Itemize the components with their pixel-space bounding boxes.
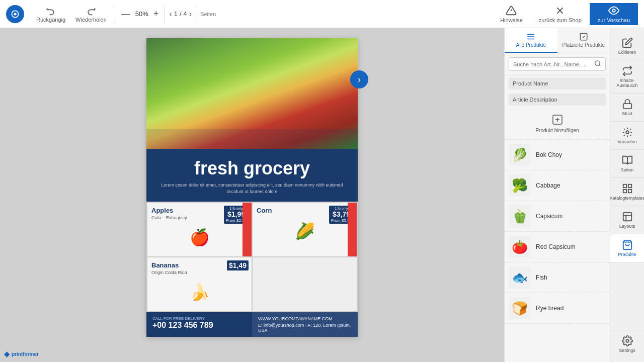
canvas-area: › 🛒 SUPERSHOP slogan goes here [0,28,504,362]
product-name: Fish [536,274,547,281]
flyer-footer: CALL FOR FREE DELIVERY +00 123 456 789 W… [146,312,358,337]
search-input-wrap [509,57,606,71]
product-thumbnail: 🥬 [509,144,531,166]
search-input[interactable] [513,61,594,67]
svg-point-10 [595,61,600,65]
svg-point-5 [612,9,615,12]
svg-rect-19 [623,190,626,193]
svg-rect-15 [623,104,631,109]
product-thumbnail: 🥦 [509,174,531,197]
search-button[interactable] [594,60,601,68]
flyer-lorem: Lorem ipsum dolor sit amet, consectetuer… [156,182,348,195]
list-item[interactable]: 🐟 Fish [505,262,610,293]
list-item[interactable]: 🍞 Rye bread [505,293,610,324]
flyer-headline: fresh grocery [156,158,348,179]
add-product-label: Produkt hinzufügen [535,128,579,133]
flyer: 🛒 SUPERSHOP slogan goes here fresh groce… [146,38,358,337]
current-page: 1 [174,10,178,18]
divider2 [165,5,165,23]
main-content: › 🛒 SUPERSHOP slogan goes here [0,28,644,362]
produkte-button[interactable]: Produkte [610,234,644,262]
app-logo [6,5,24,23]
product-card-corn: 1 lb only $3,79 From $5.99 Corn 🌽 [253,203,357,256]
svg-rect-20 [628,190,631,193]
svg-line-11 [599,65,601,66]
editieren-button[interactable]: Editieren [610,32,644,60]
layouts-button[interactable]: Layouts [610,206,644,234]
flyer-products-grid: 1 lb only $1,99 From $2.99 Apples Gala –… [146,202,358,312]
footer-left: CALL FOR FREE DELIVERY +00 123 456 789 [146,312,252,337]
svg-rect-17 [623,185,626,188]
product-name: Cabbage [536,182,560,189]
toolbar-right: Hinweise zurück zum Shop zur Vorschau [492,3,638,25]
corn-side-strip [348,203,357,256]
panel-product-list: 🥬 Bok Choy 🥦 Cabbage 🫑 Capsicum 🍅 Red Ca… [505,140,610,362]
add-product-button[interactable]: Produkt hinzufügen [505,108,610,140]
total-pages: 4 [184,10,187,18]
zoom-value: 50% [135,10,148,18]
tab-placed-products[interactable]: Platzierte Produkte [557,28,610,53]
footer-call-label: CALL FOR FREE DELIVERY [152,316,246,321]
apples-image: 🍎 [151,222,248,252]
strict-button[interactable]: Strict [610,94,644,122]
product-thumbnail: 🐟 [509,266,531,289]
product-name: Rye bread [536,305,564,312]
panel-search [505,53,610,75]
bananas-image: 🍌 [151,277,248,307]
printformer-brand: ◆ printformer [4,350,39,358]
svg-rect-21 [623,213,631,221]
product-card-empty [253,257,357,311]
svg-point-25 [626,339,629,342]
hints-button[interactable]: Hinweise [492,3,531,25]
back-shop-button[interactable]: zurück zum Shop [531,3,590,25]
flyer-header-image: 🛒 SUPERSHOP slogan goes here [146,38,358,149]
zoom-increase-button[interactable]: + [151,9,161,19]
products-panel: Alle Produkte Platzierte Produkte Produc… [504,28,610,362]
product-name: Capsicum [536,213,562,220]
apples-side-strip [243,203,252,256]
settings-button[interactable]: Settings [610,330,644,358]
divider [115,5,115,23]
undo-button[interactable]: Rückgängig [32,4,69,25]
list-item[interactable]: 🍅 Red Capsicum [505,232,610,262]
bananas-sub: Origin Costa Rica [151,270,248,275]
katalog-button[interactable]: Katalogtemplates [610,178,644,206]
footer-phone: +00 123 456 789 [152,321,246,330]
svg-rect-18 [628,185,631,188]
filter-article-description[interactable]: Article Description [509,94,606,106]
product-thumbnail: 🫑 [509,205,531,227]
seiten-button[interactable]: Seiten [610,150,644,178]
product-name: Bok Choy [536,151,562,158]
pages-label: Seiten [200,11,216,17]
zoom-group: — 50% + [119,9,161,19]
inhalts-austausch-button[interactable]: Inhalts-Austausch [610,60,644,94]
divider3 [196,5,196,23]
flyer-title-bar: fresh grocery Lorem ipsum dolor sit amet… [146,149,358,202]
product-card-bananas: $1,49 Bananas Origin Costa Rica 🍌 [147,257,252,311]
product-thumbnail: 🍞 [509,297,531,319]
list-item[interactable]: 🥬 Bok Choy [505,140,610,170]
varianten-button[interactable]: Varianten [610,122,644,150]
page-group: ‹ 1 / 4 › [169,10,192,19]
redo-button[interactable]: Wiederholen [71,4,111,25]
page-prev-button[interactable]: ‹ [169,10,172,19]
svg-point-16 [626,131,629,134]
bananas-price-badge: $1,49 [227,260,249,270]
icon-bar: Editieren Inhalts-Austausch Strict Varia… [610,28,644,362]
footer-website: WWW.YOURCOMPANYNAME.COM [258,316,352,321]
product-name: Red Capsicum [536,243,576,250]
list-item[interactable]: 🥦 Cabbage [505,170,610,201]
panel-tabs: Alle Produkte Platzierte Produkte [505,28,610,53]
filter-product-name[interactable]: Product Name [509,77,606,89]
product-card-apples: 1 lb only $1,99 From $2.99 Apples Gala –… [147,203,252,256]
footer-right: WWW.YOURCOMPANYNAME.COM E: info@yourshop… [252,312,358,337]
product-thumbnail: 🍅 [509,236,531,258]
list-item[interactable]: 🫑 Capsicum [505,201,610,232]
zoom-decrease-button[interactable]: — [119,9,132,19]
page-next-button[interactable]: › [189,10,192,19]
tab-all-products[interactable]: Alle Produkte [505,28,557,53]
preview-button[interactable]: zur Vorschau [590,3,638,25]
footer-address: E: info@yourshop.com · A: 120, Lorem Ips… [258,323,352,333]
toolbar: Rückgängig Wiederholen — 50% + ‹ 1 / 4 ›… [0,0,644,28]
collapse-panel-button[interactable]: › [350,70,368,88]
